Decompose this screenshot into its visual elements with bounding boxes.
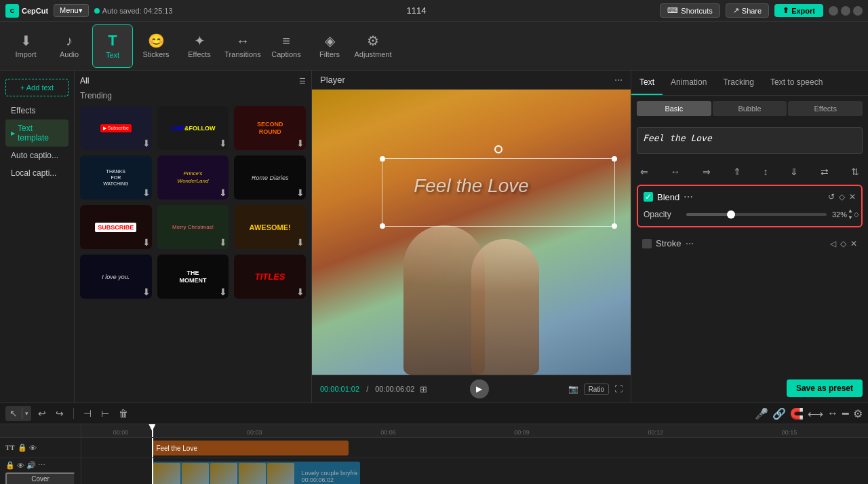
align-middle-icon[interactable]: ↕ [760,164,771,179]
download-icon-like[interactable]: ⬇ [219,138,227,149]
tool-audio[interactable]: ♪ Audio [49,24,90,68]
sidebar-item-effects[interactable]: Effects [5,102,68,119]
add-text-button[interactable]: + Add text [5,79,68,96]
maximize-button[interactable] [841,6,850,16]
video-track-clip[interactable]: Lovely couple boyfriend and girlfriend a… [152,462,359,485]
ratio-button[interactable]: Ratio [584,384,609,395]
download-icon-subscribe2[interactable]: ⬇ [142,237,151,248]
download-icon-prince[interactable]: ⬇ [219,187,227,198]
close-button[interactable] [853,6,863,16]
export-button[interactable]: ⬆ Export [774,4,823,17]
template-thanks[interactable]: THANKSFORWATCHING ⬇ [80,155,152,200]
eye-icon[interactable]: 👁 [29,444,37,452]
flip-v-icon[interactable]: ⇅ [848,164,863,179]
download-icon-moment[interactable]: ⬇ [219,286,227,297]
download-icon-merry[interactable]: ⬇ [219,237,227,248]
download-icon-subscribe[interactable]: ⬇ [142,138,151,149]
tool-transitions[interactable]: ↔ Transitions [222,24,263,68]
tab-animation[interactable]: Animation [663,71,715,95]
tool-text[interactable]: T Text [92,24,133,68]
opacity-step-down[interactable]: ▼ [848,215,853,221]
tab-text[interactable]: Text [631,71,663,95]
selection-handle-br[interactable] [612,223,617,229]
prev-frame-icon[interactable]: ⊞ [420,384,427,394]
download-icon-rome[interactable]: ⬇ [296,187,304,198]
opacity-step-up[interactable]: ▲ [848,208,853,215]
text-overlay[interactable]: Feel the Love [414,175,529,197]
download-icon-thanks[interactable]: ⬇ [142,187,151,198]
link-icon[interactable]: 🔗 [772,407,786,420]
magnet-icon[interactable]: 🧲 [790,407,804,420]
blend-checkbox[interactable]: ✓ [644,192,653,202]
select-tool-dropdown[interactable]: ▾ [22,408,31,419]
delete-button[interactable]: 🗑 [116,407,131,420]
select-tool-button[interactable]: ↖ [5,406,22,421]
stroke-diamond-left-icon[interactable]: ◁ [830,239,836,248]
tab-text-to-speech[interactable]: Text to speech [762,71,831,95]
video-eye-icon[interactable]: 👁 [17,462,24,470]
subtab-effects[interactable]: Effects [788,101,863,116]
template-merry[interactable]: Merry Christmas! ⬇ [157,205,229,249]
tool-adjustment[interactable]: ⚙ Adjustment [353,24,393,68]
connect-icon[interactable]: ⟷ [808,407,823,420]
download-icon-love[interactable]: ⬇ [142,286,151,297]
align-left-icon[interactable]: ⇐ [637,164,652,179]
video-lock-icon[interactable]: 🔒 [5,461,15,470]
zoom-bar-icon[interactable]: ━ [842,407,849,420]
selection-handle-tl[interactable] [380,156,385,162]
player-menu-icon[interactable]: ⋯ [614,75,623,85]
subtab-bubble[interactable]: Bubble [713,101,787,116]
opacity-slider[interactable] [686,213,827,216]
minimize-button[interactable] [829,6,838,16]
fullscreen-icon[interactable]: ⛶ [614,384,623,394]
subtab-basic[interactable]: Basic [637,101,711,116]
text-content-input[interactable] [637,127,863,154]
opacity-keyframe-icon[interactable]: ◇ [854,210,859,218]
selection-rotate-handle[interactable] [494,145,502,153]
mic-icon[interactable]: 🎤 [755,407,768,420]
tool-filters[interactable]: ◈ Filters [309,24,350,68]
blend-options-icon[interactable]: ⋯ [684,191,693,202]
trim-button[interactable]: ⊢ [98,407,112,420]
settings-icon[interactable]: ⚙ [853,407,863,420]
split-button[interactable]: ⊣ [81,407,94,420]
stroke-checkbox[interactable] [642,239,652,248]
align-bottom-icon[interactable]: ⇓ [787,164,802,179]
play-button[interactable]: ▶ [470,379,489,398]
template-subscribe2[interactable]: SUBSCRIBE ⬇ [80,205,152,249]
align-top-icon[interactable]: ⇑ [730,164,745,179]
download-icon-awesome[interactable]: ⬇ [296,237,304,248]
stroke-diamond-icon[interactable]: ◇ [840,239,846,248]
stroke-options-icon[interactable]: ⋯ [686,239,694,248]
opacity-slider-thumb[interactable] [727,210,735,219]
blend-close-icon[interactable]: ✕ [849,192,856,202]
align-right-icon[interactable]: ⇒ [699,164,714,179]
tool-effects[interactable]: ✦ Effects [179,24,220,68]
filter-button[interactable]: ☰ [299,77,306,86]
template-subscribe[interactable]: ▶ Subscribe ⬇ [80,106,152,150]
save-preset-button[interactable]: Save as preset [787,379,863,397]
template-like-follow[interactable]: LIKE&FOLLOW ⬇ [157,106,229,150]
fit-icon[interactable]: ↔ [827,407,838,420]
menu-button[interactable]: Menu▾ [54,4,89,17]
template-love[interactable]: I love you. ⬇ [80,255,152,299]
sidebar-item-local-caption[interactable]: Local capti... [5,164,68,182]
blend-diamond-icon[interactable]: ◇ [839,192,845,202]
template-titles[interactable]: TITLES ⬇ [234,255,306,299]
video-audio-icon[interactable]: 🔊 [26,461,36,470]
selection-handle-tr[interactable] [612,156,617,162]
playhead[interactable] [152,424,153,437]
undo-button[interactable]: ↩ [35,407,49,420]
sidebar-item-auto-caption[interactable]: Auto captio... [5,147,68,164]
template-moment[interactable]: THEMOMENT ⬇ [157,255,229,299]
download-icon-second[interactable]: ⬇ [296,138,304,149]
screenshot-icon[interactable]: 📷 [568,384,578,394]
flip-h-icon[interactable]: ⇄ [817,164,832,179]
tool-captions[interactable]: ≡ Captions [266,24,307,68]
align-center-icon[interactable]: ↔ [667,164,684,179]
share-button[interactable]: ↗ Share [726,3,769,18]
text-track-clip[interactable]: Feel the Love [152,441,349,455]
tab-tracking[interactable]: Tracking [715,71,762,95]
template-second-round[interactable]: SECONDROUND ⬇ [234,106,306,150]
template-prince[interactable]: Prince'sWonderLand ⬇ [157,155,229,200]
